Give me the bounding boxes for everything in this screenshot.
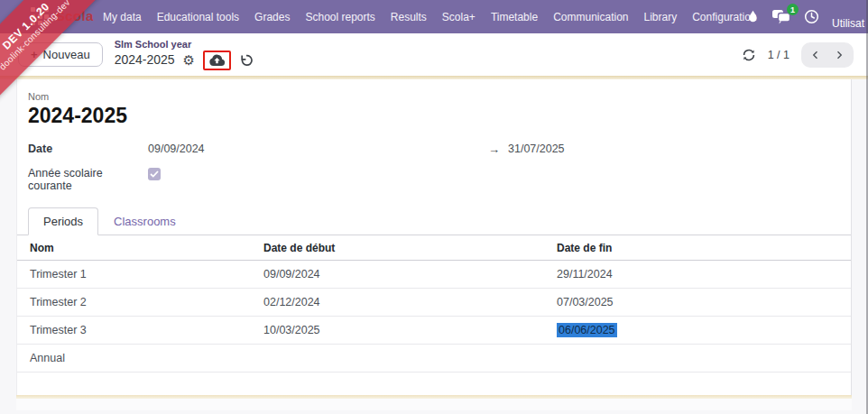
current-year-label: Année scolaire courante (28, 167, 148, 192)
col-header-date-fin[interactable]: Date de fin (557, 235, 851, 261)
table-row: Trimester 2 02/12/2024 07/03/2025 (17, 289, 851, 317)
table-row: Trimester 1 09/09/2024 29/11/2024 (17, 261, 851, 289)
new-record-label: Nouveau (43, 48, 90, 61)
top-navbar: Scola My data Educational tools Grades S… (0, 0, 868, 33)
tab-classrooms[interactable]: Classrooms (98, 207, 191, 235)
date-end-input[interactable]: 31/07/2025 (508, 143, 565, 155)
menu-educational-tools[interactable]: Educational tools (155, 8, 241, 26)
date-start-input[interactable]: 09/09/2024 (148, 143, 488, 155)
table-row: Annual (17, 345, 851, 373)
current-year-row: Année scolaire courante (28, 167, 838, 192)
save-cloud-icon[interactable] (208, 54, 226, 67)
name-field-label: Nom (28, 91, 838, 102)
pager-area: 1 / 1 (742, 42, 854, 68)
date-range-arrow-icon: → (488, 143, 500, 156)
control-panel: + Nouveau Slm School year 2024-2025 ⚙ (0, 33, 868, 76)
apps-menu-icon[interactable] (31, 7, 51, 26)
brand-logo[interactable]: Scola (56, 8, 94, 23)
menu-timetable[interactable]: Timetable (489, 8, 540, 26)
menu-results[interactable]: Results (389, 8, 429, 26)
breadcrumb-parent-link[interactable]: Slm School year (115, 39, 254, 50)
current-year-checkbox[interactable] (148, 168, 161, 180)
cell-end[interactable]: 29/11/2024 (557, 261, 851, 289)
new-record-button[interactable]: + Nouveau (18, 42, 103, 67)
main-menu: My data Educational tools Grades School … (101, 8, 759, 26)
app-window: Scola My data Educational tools Grades S… (0, 0, 868, 414)
cell-end[interactable]: 07/03/2025 (557, 289, 851, 317)
pager-previous-icon[interactable] (804, 44, 827, 66)
cell-end[interactable]: 06/06/2025 (557, 317, 851, 345)
menu-communication[interactable]: Communication (551, 8, 630, 26)
menu-my-data[interactable]: My data (101, 8, 143, 26)
cell-start[interactable]: 09/09/2024 (263, 261, 557, 289)
date-field-label: Date (28, 143, 148, 155)
table-row: Trimester 3 10/03/2025 06/06/2025 (17, 317, 851, 345)
cell-name[interactable]: Trimester 3 (17, 317, 263, 345)
name-field-value[interactable]: 2024-2025 (28, 104, 838, 128)
refresh-icon[interactable] (742, 48, 756, 62)
message-count-badge: 1 (787, 4, 799, 15)
cell-name[interactable]: Trimester 1 (17, 261, 263, 289)
date-field-row: Date 09/09/2024 → 31/07/2025 (28, 143, 838, 156)
menu-school-reports[interactable]: School reports (303, 8, 376, 26)
cell-name[interactable]: Annual (17, 345, 263, 373)
messages-icon[interactable]: 1 (771, 9, 791, 24)
cell-start[interactable]: 10/03/2025 (263, 317, 557, 345)
col-header-nom[interactable]: Nom (17, 235, 263, 261)
navbar-systray: 1 Utilisat (747, 0, 861, 33)
page-footer-space (16, 399, 852, 410)
save-annotation-box (203, 51, 231, 70)
periods-table: Nom Date de début Date de fin Trimester … (17, 235, 851, 373)
cell-end[interactable] (557, 345, 851, 373)
cell-name[interactable]: Trimester 2 (17, 289, 263, 317)
user-menu[interactable]: Utilisat (832, 17, 864, 30)
menu-scola-plus[interactable]: Scola+ (440, 8, 477, 26)
droplet-icon[interactable] (747, 10, 759, 24)
tab-periods[interactable]: Periods (28, 207, 98, 235)
table-header-row: Nom Date de début Date de fin (17, 235, 851, 261)
plus-icon: + (31, 48, 38, 61)
menu-grades[interactable]: Grades (253, 8, 291, 26)
col-header-date-debut[interactable]: Date de début (263, 235, 557, 261)
activities-clock-icon[interactable] (804, 9, 819, 24)
notebook-tabs: Periods Classrooms (17, 207, 851, 235)
pager-count: 1 / 1 (768, 49, 790, 61)
breadcrumb-current: 2024-2025 (115, 53, 175, 67)
cell-start[interactable]: 02/12/2024 (263, 289, 557, 317)
breadcrumb: Slm School year 2024-2025 ⚙ (115, 39, 254, 70)
selected-date-text[interactable]: 06/06/2025 (557, 323, 617, 337)
form-sheet: Nom 2024-2025 Date 09/09/2024 → 31/07/20… (16, 79, 852, 395)
gear-icon[interactable]: ⚙ (183, 54, 195, 68)
pager-buttons (801, 42, 854, 68)
cell-start[interactable] (263, 345, 557, 373)
menu-library[interactable]: Library (642, 8, 679, 26)
form-view: Nom 2024-2025 Date 09/09/2024 → 31/07/20… (0, 79, 868, 414)
discard-undo-icon[interactable] (239, 53, 254, 68)
pager-next-icon[interactable] (827, 44, 851, 66)
